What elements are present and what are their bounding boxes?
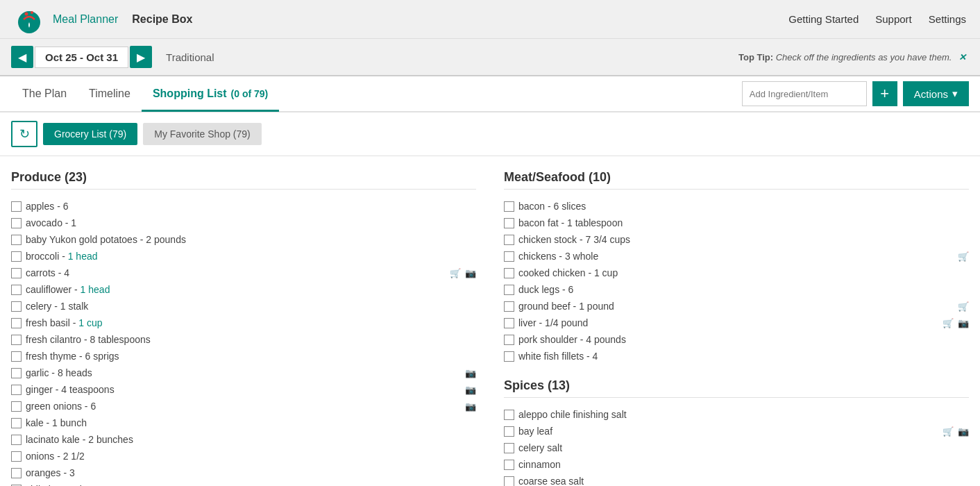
next-week-button[interactable]: ▶: [130, 46, 152, 68]
item-checkbox[interactable]: [504, 218, 514, 228]
nav-meal-planner[interactable]: Meal Planner: [53, 13, 118, 26]
item-checkbox[interactable]: [11, 318, 22, 328]
list-item: bay leaf🛒📷: [504, 423, 969, 439]
item-checkbox[interactable]: [11, 218, 22, 228]
item-text: onions - 2 1/2: [26, 451, 476, 462]
list-item: white fish fillets - 4: [504, 348, 969, 364]
right-column: Meat/Seafood (10) bacon - 6 slicesbacon …: [504, 170, 969, 474]
list-item: cauliflower - 1 head: [11, 281, 476, 298]
item-text: bacon - 6 slices: [518, 201, 969, 212]
list-item: shiitake mushrooms - 8: [11, 481, 476, 486]
item-checkbox[interactable]: [504, 201, 514, 212]
tab-the-plan[interactable]: The Plan: [11, 77, 78, 112]
nav-getting-started[interactable]: Getting Started: [788, 13, 859, 25]
refresh-button[interactable]: ↻: [11, 121, 37, 147]
item-text: bacon fat - 1 tablespoon: [518, 217, 969, 228]
tabs-bar: The Plan Timeline Shopping List (0 of 79…: [0, 76, 980, 112]
item-text: chicken stock - 7 3/4 cups: [518, 234, 969, 245]
item-text: cinnamon: [518, 459, 969, 470]
meat-seafood-list: bacon - 6 slicesbacon fat - 1 tablespoon…: [504, 198, 969, 364]
list-item: ginger - 4 teaspoons📷: [11, 381, 476, 398]
item-text: baby Yukon gold potatoes - 2 pounds: [26, 234, 476, 245]
list-toolbar: ↻ Grocery List (79) My Favorite Shop (79…: [0, 112, 980, 156]
item-checkbox[interactable]: [504, 335, 514, 345]
item-text: chickens - 3 whole: [518, 251, 954, 262]
list-item: chickens - 3 whole🛒: [504, 248, 969, 265]
camera-icon: 📷: [465, 385, 476, 395]
item-checkbox[interactable]: [504, 301, 514, 312]
list-item: oranges - 3: [11, 464, 476, 481]
item-checkbox[interactable]: [11, 301, 22, 312]
item-text: duck legs - 6: [518, 284, 969, 295]
item-checkbox[interactable]: [504, 251, 514, 262]
item-checkbox[interactable]: [11, 401, 22, 412]
top-tip-close-button[interactable]: ✕: [958, 52, 966, 62]
item-text: fresh thyme - 6 sprigs: [26, 351, 476, 362]
cart-icon: 🛒: [943, 318, 954, 328]
item-checkbox[interactable]: [504, 410, 514, 420]
item-checkbox[interactable]: [11, 368, 22, 378]
item-text: celery salt: [518, 442, 969, 453]
shopping-list-content: Produce (23) apples - 6avocado - 1baby Y…: [0, 156, 980, 486]
item-text: cauliflower - 1 head: [26, 284, 476, 295]
item-text: green onions - 6: [26, 401, 461, 412]
item-checkbox[interactable]: [504, 285, 514, 295]
item-checkbox[interactable]: [11, 351, 22, 362]
cart-icon: 🛒: [958, 251, 969, 262]
grocery-list-tab[interactable]: Grocery List (79): [43, 123, 137, 145]
list-item: bacon fat - 1 tablespoon: [504, 215, 969, 231]
item-checkbox[interactable]: [504, 268, 514, 278]
spices-list: aleppo chile finishing saltbay leaf🛒📷cel…: [504, 406, 969, 486]
tab-timeline[interactable]: Timeline: [78, 77, 142, 112]
item-checkbox[interactable]: [504, 318, 514, 328]
item-checkbox[interactable]: [11, 468, 22, 478]
list-item: green onions - 6📷: [11, 398, 476, 414]
item-checkbox[interactable]: [504, 460, 514, 470]
prev-week-button[interactable]: ◀: [11, 46, 33, 68]
tab-shopping-list[interactable]: Shopping List (0 of 79): [142, 77, 279, 112]
list-item: cooked chicken - 1 cup: [504, 265, 969, 281]
item-checkbox[interactable]: [11, 251, 22, 262]
item-text: ground beef - 1 pound: [518, 301, 954, 312]
item-text: avocado - 1: [26, 217, 476, 228]
item-text: aleppo chile finishing salt: [518, 409, 969, 420]
add-ingredient-button[interactable]: +: [872, 81, 897, 106]
list-item: lacinato kale - 2 bunches: [11, 431, 476, 448]
list-item: carrots - 4🛒📷: [11, 265, 476, 281]
header-nav-right: Getting Started Support Settings: [788, 13, 966, 25]
date-bar: ◀ Oct 25 - Oct 31 ▶ Traditional Top Tip:…: [0, 39, 980, 76]
item-checkbox[interactable]: [504, 426, 514, 437]
nav-settings[interactable]: Settings: [929, 13, 966, 25]
list-item: coarse sea salt: [504, 473, 969, 486]
camera-icon: 📷: [958, 426, 969, 437]
shopping-list-count: (0 of 79): [231, 88, 269, 99]
produce-section-title: Produce (23): [11, 170, 476, 190]
camera-icon: 📷: [465, 368, 476, 378]
item-checkbox[interactable]: [11, 435, 22, 445]
item-checkbox[interactable]: [11, 451, 22, 462]
item-checkbox[interactable]: [11, 235, 22, 245]
item-text: coarse sea salt: [518, 476, 969, 486]
item-text: white fish fillets - 4: [518, 351, 969, 362]
add-ingredient-input[interactable]: [742, 81, 867, 106]
item-checkbox[interactable]: [11, 385, 22, 395]
item-checkbox[interactable]: [11, 418, 22, 428]
item-checkbox[interactable]: [11, 335, 22, 345]
item-checkbox[interactable]: [11, 201, 22, 212]
item-checkbox[interactable]: [11, 285, 22, 295]
item-checkbox[interactable]: [504, 351, 514, 362]
list-item: avocado - 1: [11, 215, 476, 231]
item-text: fresh basil - 1 cup: [26, 317, 476, 328]
camera-icon: 📷: [958, 318, 969, 328]
nav-recipe-box[interactable]: Recipe Box: [132, 13, 192, 26]
item-text: garlic - 8 heads: [26, 367, 461, 378]
actions-button[interactable]: Actions ▾: [903, 81, 969, 106]
favorite-shop-tab[interactable]: My Favorite Shop (79): [143, 123, 262, 145]
item-checkbox[interactable]: [504, 443, 514, 453]
cart-icon: 🛒: [958, 301, 969, 312]
item-checkbox[interactable]: [504, 476, 514, 487]
item-checkbox[interactable]: [504, 235, 514, 245]
nav-support[interactable]: Support: [875, 13, 912, 25]
list-item: kale - 1 bunch: [11, 414, 476, 431]
item-checkbox[interactable]: [11, 268, 22, 278]
